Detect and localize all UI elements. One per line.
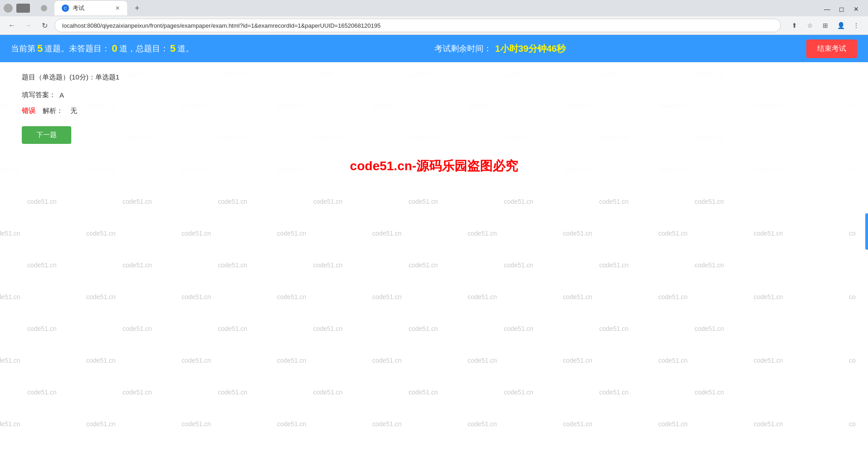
exam-header: 当前第 5 道题。未答题目： 0 道，总题目： 5 道。 考试剩余时间： 1小时… (0, 35, 868, 62)
question-area: 题目（单选题）(10分)：单选题1 填写答案： A 错误 解析： 无 下一题 c… (0, 62, 868, 186)
center-watermark-text: code51.cn-源码乐园盗图必究 (22, 158, 846, 175)
watermark: code51.cn (599, 198, 629, 205)
refresh-button[interactable]: ↻ (38, 19, 51, 32)
watermark: code51.cn (86, 293, 116, 300)
watermark: code51.cn (658, 293, 688, 300)
watermark: code51.cn (123, 198, 152, 205)
watermark: code51.cn (182, 293, 211, 300)
browser-address-bar: ← → ↻ ⬆ ☆ ⊞ 👤 ⋮ (0, 16, 868, 34)
watermark: code51.cn (409, 325, 438, 332)
browser-actions: ⬆ ☆ ⊞ 👤 ⋮ (788, 19, 863, 32)
total-label: 道，总题目： (119, 43, 168, 54)
watermark: code51.cn (86, 357, 116, 364)
watermark: code51.cn (27, 261, 57, 269)
watermark: code51.cn (599, 325, 629, 332)
tab-manager-icon[interactable]: ⊞ (819, 19, 832, 32)
watermark: code51.cn (563, 293, 592, 300)
close-button[interactable]: ✕ (850, 3, 863, 15)
watermark: code51.cn (754, 230, 783, 237)
browser-icon (4, 4, 13, 13)
watermark: code51.cn (0, 357, 20, 364)
tab-title: 考试 (73, 4, 84, 12)
watermark: code51.cn (754, 293, 783, 300)
tab-favicon: C (62, 5, 69, 12)
answer-label: 填写答案： (22, 91, 56, 99)
watermark: code51.cn (313, 325, 343, 332)
watermark: code51.cn (468, 420, 497, 428)
watermark: code51.cn (563, 230, 592, 237)
exam-timer: 考试剩余时间： 1小时39分钟46秒 (434, 43, 566, 55)
watermark: code51.cn (123, 325, 152, 332)
watermark: code51.cn (468, 230, 497, 237)
watermark: code51.cn (277, 420, 306, 428)
active-tab[interactable]: C 考试 ✕ (54, 1, 127, 15)
watermark: code51.cn (313, 389, 343, 396)
watermark: code51.cn (86, 230, 116, 237)
share-icon[interactable]: ⬆ (788, 19, 801, 32)
add-tab-button[interactable]: + (131, 2, 143, 15)
watermark: code51.cn (409, 198, 438, 205)
watermark: code51.cn (658, 420, 688, 428)
watermark: code51.cn (0, 420, 20, 428)
watermark: code51.cn (599, 261, 629, 269)
watermark: code51.cn (218, 261, 247, 269)
watermark: code51.cn (563, 357, 592, 364)
browser-tab-strip: C 考试 ✕ + (4, 1, 143, 15)
watermark: code51.cn (599, 389, 629, 396)
page-content: 当前第 5 道题。未答题目： 0 道，总题目： 5 道。 考试剩余时间： 1小时… (0, 35, 868, 186)
watermark: code51.cn (563, 420, 592, 428)
watermark: code51.cn (468, 357, 497, 364)
watermark: code51.cn (313, 261, 343, 269)
watermark: code51.cn (277, 293, 306, 300)
forward-button[interactable]: → (22, 19, 35, 32)
address-bar-input[interactable] (54, 19, 781, 32)
watermark: code51.cn (372, 357, 402, 364)
watermark: code51.cn (182, 230, 211, 237)
watermark: code51.cn (27, 198, 57, 205)
watermark: code51.cn (504, 325, 533, 332)
watermark: code51.cn (182, 357, 211, 364)
watermark: code51.cn (27, 389, 57, 396)
globe-icon (41, 5, 47, 11)
watermark: code51.cn (0, 293, 20, 300)
watermark: code51.cn (27, 325, 57, 332)
unanswered-count: 0 (112, 43, 117, 54)
watermark: code51.cn (372, 420, 402, 428)
bookmark-icon[interactable]: ☆ (804, 19, 816, 32)
watermark: code51.cn (372, 293, 402, 300)
right-panel-hint (865, 213, 868, 250)
watermark: code51.cn (409, 389, 438, 396)
minimize-button[interactable]: — (821, 3, 833, 15)
next-question-button[interactable]: 下一题 (22, 126, 71, 144)
total-end-label: 道。 (178, 43, 194, 54)
watermark: code51.cn (218, 389, 247, 396)
watermark: code51.cn (658, 357, 688, 364)
watermark: code51.cn (504, 261, 533, 269)
watermark: code51.cn (695, 325, 724, 332)
total-count: 5 (170, 43, 176, 54)
watermark: code51.cn (218, 198, 247, 205)
watermark: code51.cn (123, 389, 152, 396)
window-controls: — ◻ ✕ (821, 3, 863, 15)
watermark: code51.cn (277, 230, 306, 237)
result-row: 错误 解析： 无 (22, 107, 846, 115)
watermark: code51.cn (182, 420, 211, 428)
watermark: code51.cn (218, 325, 247, 332)
watermark: code51.cn (123, 261, 152, 269)
browser-chrome: C 考试 ✕ + — ◻ ✕ ← → ↻ ⬆ ☆ ⊞ 👤 (0, 0, 868, 35)
watermark: code51.cn (695, 198, 724, 205)
watermark: code51.cn (0, 230, 20, 237)
watermark: code51.cn (504, 198, 533, 205)
watermark: co (849, 420, 856, 428)
back-button[interactable]: ← (5, 19, 18, 32)
timer-value: 1小时39分钟46秒 (495, 43, 566, 55)
current-question-label: 当前第 (11, 43, 35, 54)
tab-close-button[interactable]: ✕ (115, 5, 120, 11)
profile-icon[interactable]: 👤 (834, 19, 847, 32)
exam-info: 当前第 5 道题。未答题目： 0 道，总题目： 5 道。 (11, 43, 194, 54)
maximize-button[interactable]: ◻ (835, 3, 848, 15)
more-options-icon[interactable]: ⋮ (850, 19, 863, 32)
end-exam-button[interactable]: 结束考试 (806, 39, 857, 58)
watermark: code51.cn (754, 420, 783, 428)
inactive-tab[interactable] (35, 1, 53, 15)
